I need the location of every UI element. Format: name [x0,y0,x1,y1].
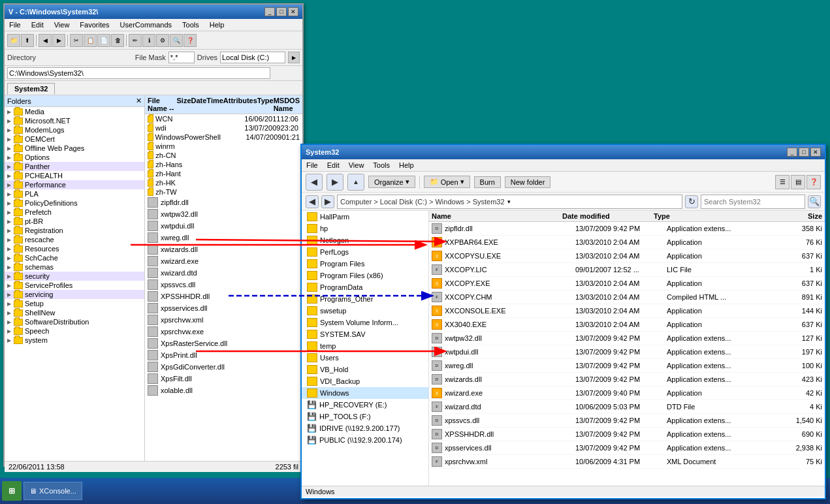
taskbar-app-xconsole[interactable]: 🖥 XConsole... [24,482,82,500]
tree-folder-panther[interactable]: ▶Panther [5,162,144,171]
toolbar-icon-7[interactable]: ❓ [184,34,197,47]
exp-folder-item[interactable]: Programs_Other [302,293,428,305]
exp-drive-item[interactable]: 💾IDRIVE (\\192.9.200.177) [302,422,428,434]
tree-folder-system[interactable]: ▶system [5,336,144,345]
toolbar-icon-6[interactable]: 🔍 [170,34,183,47]
tree-folder-microsoft.net[interactable]: ▶Microsoft.NET [5,116,144,125]
menu-help[interactable]: Help [208,20,227,29]
tree-folder-resources[interactable]: ▶Resources [5,244,144,253]
col-header-size[interactable]: Size [177,97,191,112]
tree-folder-speech[interactable]: ▶Speech [5,326,144,336]
minimize-button[interactable]: _ [264,7,275,16]
exp-refresh-button[interactable]: ↻ [685,195,698,208]
exp-file-row[interactable]: XXXCONSOLE.EXE13/03/2010 2:04 AMApplicat… [429,304,825,318]
file-row[interactable]: xwizard.exe [145,255,302,267]
file-row[interactable]: XpsGdiConverter.dll [145,361,302,373]
tree-folder-prefetch[interactable]: ▶Prefetch [5,208,144,217]
exp-folder-item[interactable]: ProgramData [302,281,428,293]
tree-folder-security[interactable]: ▶security [5,272,144,281]
file-row[interactable]: xpsservices.dll [145,302,302,314]
exp-col-type[interactable]: Type [654,212,758,220]
help-button[interactable]: ❓ [806,175,821,189]
start-button[interactable]: ⊞ [2,481,22,501]
file-row[interactable]: zh-CN [145,151,302,160]
file-row[interactable]: XPSSHHDR.dll [145,291,302,302]
exp-forward-button[interactable]: ▶ [327,174,343,191]
filemask-input[interactable]: *.* [168,52,195,63]
exp-menu-edit[interactable]: Edit [325,161,342,170]
exp-maximize-button[interactable]: □ [799,148,809,157]
exp-addr-forward[interactable]: ▶ [321,195,334,208]
toolbar-icon-5[interactable]: ⚙ [156,34,169,47]
exp-file-row[interactable]: FXXCOPY.CHM13/03/2010 2:04 AMCompiled HT… [429,291,825,304]
file-row[interactable]: xolable.dll [145,385,302,396]
toolbar-icon-rename[interactable]: ✏ [129,34,142,47]
tree-folder-pla[interactable]: ▶PLA [5,189,144,198]
toolbar-icon-forward[interactable]: ▶ [52,34,65,47]
tree-folder-setup[interactable]: ▶Setup [5,299,144,308]
search-button[interactable]: 🔍 [808,195,821,208]
menu-usercommands[interactable]: UserCommands [118,20,174,29]
file-row[interactable]: zh-TW [145,187,302,197]
tree-folder-pt-br[interactable]: ▶pt-BR [5,217,144,226]
exp-folder-item[interactable]: hp [302,223,428,234]
view-list-button[interactable]: ▤ [791,175,805,189]
tree-folder-schcache[interactable]: ▶SchCache [5,253,144,262]
tree-folder-shellnew[interactable]: ▶ShellNew [5,308,144,317]
exp-menu-file[interactable]: File [304,161,320,170]
file-row[interactable]: WCN16/06/201112:06 [145,114,302,123]
exp-folder-item[interactable]: Users [302,352,428,364]
exp-col-date[interactable]: Date modified [562,212,654,220]
exp-addr-back[interactable]: ◀ [306,195,319,208]
tree-folder-modemlogs[interactable]: ▶ModemLogs [5,125,144,134]
col-header-attributes[interactable]: Attributes [223,97,257,112]
file-row[interactable]: WindowsPowerShell14/07/200901:21 [145,133,302,142]
tree-folder-softwaredistribution[interactable]: ▶SoftwareDistribution [5,317,144,326]
file-row[interactable]: xwtpdui.dll [145,220,302,232]
file-row[interactable]: xpssvcs.dll [145,279,302,291]
exp-folder-item[interactable]: VDI_Backup [302,375,428,387]
tree-folder-performance[interactable]: ▶Performance [5,180,144,189]
exp-file-row[interactable]: Dxwtpw32.dll13/07/2009 9:42 PMApplicatio… [429,332,825,345]
exp-file-row[interactable]: Fxpsrchvw.xml10/06/2009 4:31 PMXML Docum… [429,455,825,469]
exp-folder-item[interactable]: VB_Hold [302,364,428,375]
file-row[interactable]: winrm [145,142,302,151]
col-header-filename[interactable]: File Name -- [148,97,177,112]
col-header-type[interactable]: Type [257,97,274,112]
exp-drive-item[interactable]: 💾PUBLIC (\\192.9.200.174) [302,434,428,446]
exp-file-row[interactable]: Dxpsservices.dll13/07/2009 9:42 PMApplic… [429,441,825,455]
exp-folder-item[interactable]: HallParm [302,211,428,223]
toolbar-icon-2[interactable]: ⬆ [21,34,34,47]
exp-file-row[interactable]: Dxpssvcs.dll13/07/2009 9:42 PMApplicatio… [429,414,825,428]
exp-menu-help[interactable]: Help [397,161,416,170]
exp-menu-view[interactable]: View [347,161,366,170]
file-row[interactable]: wdi13/07/200923:20 [145,123,302,133]
tree-folder-rescache[interactable]: ▶rescache [5,235,144,244]
file-row[interactable]: xpsrchvw.xml [145,314,302,326]
path-input[interactable] [7,67,270,79]
tree-folder-offline web pages[interactable]: ▶Offline Web Pages [5,144,144,153]
exp-folder-item[interactable]: Program Files [302,258,428,270]
exp-folder-item[interactable]: temp [302,340,428,352]
close-left-panel[interactable]: ✕ [136,97,142,105]
file-row[interactable]: zh-Hant [145,169,302,178]
menu-tools[interactable]: Tools [180,20,201,29]
exp-col-name[interactable]: Name [432,212,562,220]
menu-edit[interactable]: Edit [29,20,46,29]
exp-minimize-button[interactable]: _ [787,148,797,157]
exp-file-row[interactable]: XXXCOPY.EXE13/03/2010 2:04 AMApplication… [429,277,825,291]
exp-file-row[interactable]: XXXPBAR64.EXE13/03/2010 2:04 AMApplicati… [429,236,825,249]
exp-drive-item[interactable]: 💾HP_TOOLS (F:) [302,411,428,422]
tree-folder-serviceprofiles[interactable]: ▶ServiceProfiles [5,281,144,290]
exp-folder-item[interactable]: PerfLogs [302,246,428,258]
col-header-date[interactable]: Date [191,97,207,112]
open-button[interactable]: 📁 Open ▾ [424,176,470,188]
exp-file-row[interactable]: XXX3040.EXE13/03/2010 2:04 AMApplication… [429,318,825,332]
toolbar-icon-paste[interactable]: 📄 [97,34,110,47]
file-row[interactable]: XpsFilt.dll [145,373,302,385]
menu-favorites[interactable]: Favorites [78,20,111,29]
exp-folder-item[interactable]: SYSTEM.SAV [302,328,428,340]
drives-go-button[interactable]: ▶ [288,52,300,63]
exp-col-size[interactable]: Size [758,212,822,220]
toolbar-icon-copy[interactable]: 📋 [84,34,97,47]
